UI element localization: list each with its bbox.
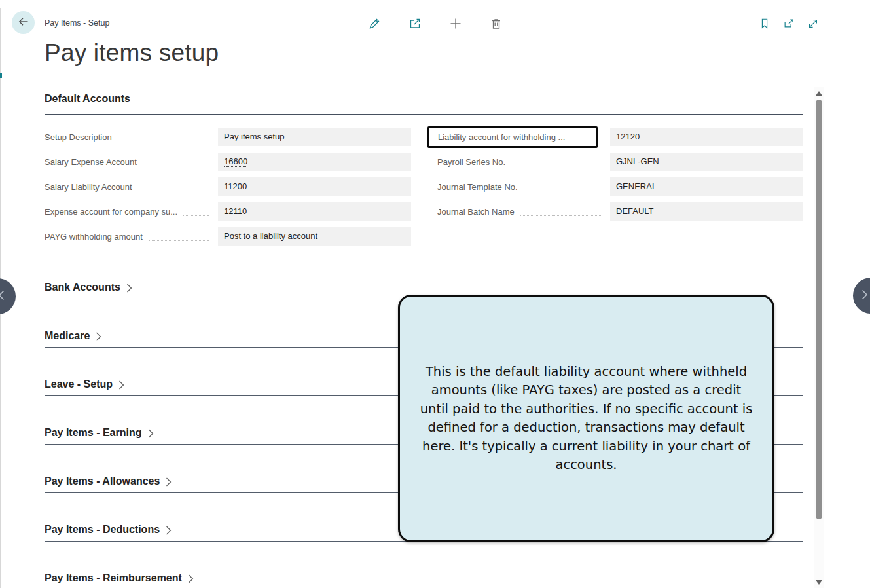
edit-pencil-icon[interactable] — [367, 16, 381, 30]
chevron-right-icon — [166, 526, 172, 535]
field-label-box: Setup Description — [45, 128, 218, 146]
tooltip-callout: This is the default liability account wh… — [398, 295, 774, 542]
window-edge-accent — [0, 73, 2, 78]
chevron-left-icon — [0, 290, 6, 303]
chevron-right-icon — [860, 289, 869, 303]
field-label-box: PAYG withholding amount — [45, 227, 218, 246]
field-value[interactable]: GJNL-GEN — [610, 153, 803, 171]
field-label: Liability account for withholding ... — [438, 132, 565, 142]
scroll-up-arrow-icon[interactable] — [816, 91, 822, 96]
field-row: PAYG withholding amountPost to a liabili… — [45, 227, 411, 246]
chevron-right-icon — [96, 332, 101, 341]
field-label-box: Journal Template No. — [437, 177, 610, 196]
chevron-right-icon — [118, 380, 124, 390]
field-value[interactable]: 12120 — [610, 128, 803, 146]
chevron-right-icon — [166, 477, 172, 487]
field-label: Setup Description — [45, 132, 112, 142]
field-value[interactable]: DEFAULT — [610, 202, 803, 221]
field-row: Setup DescriptionPay items setup — [45, 128, 411, 146]
vertical-scrollbar[interactable] — [814, 87, 824, 588]
dotted-leader — [138, 182, 209, 192]
breadcrumb[interactable]: Pay Items - Setup — [45, 18, 109, 28]
field-value-link[interactable]: 16600 — [224, 156, 247, 167]
dotted-leader — [183, 207, 209, 217]
field-label: Payroll Series No. — [437, 157, 505, 167]
delete-trash-icon[interactable] — [489, 16, 503, 30]
section-title: Pay Items - Allowances — [45, 475, 160, 488]
back-arrow-icon — [17, 15, 30, 31]
field-label-box: Salary Expense Account — [45, 153, 218, 171]
field-label: Salary Liability Account — [45, 182, 132, 192]
share-icon[interactable] — [408, 16, 422, 30]
section-title: Pay Items - Earning — [45, 426, 142, 439]
page-title: Pay items setup — [45, 39, 219, 67]
field-value[interactable]: Post to a liability account — [218, 227, 411, 246]
section-title: Leave - Setup — [45, 378, 113, 391]
dotted-leader — [520, 207, 601, 217]
field-label: Journal Template No. — [437, 182, 518, 192]
top-bar: Pay Items - Setup — [0, 8, 870, 38]
dotted-leader — [149, 232, 209, 242]
field-label-box: Journal Batch Name — [437, 202, 610, 221]
section-title: Pay Items - Deductions — [45, 523, 160, 536]
field-value[interactable]: Pay items setup — [218, 128, 411, 146]
dotted-leader — [598, 132, 610, 142]
field-value[interactable]: 11200 — [218, 177, 411, 196]
bookmark-icon[interactable] — [757, 16, 771, 30]
section-title: Medicare — [45, 329, 90, 342]
dotted-leader — [524, 182, 601, 192]
chevron-right-icon — [188, 574, 194, 583]
previous-record-button[interactable] — [0, 278, 16, 314]
default-accounts-form: Setup DescriptionPay items setupSalary E… — [45, 128, 803, 252]
highlighted-field-label-box: Liability account for withholding ... — [427, 126, 598, 148]
scroll-down-arrow-icon[interactable] — [816, 580, 822, 585]
expand-icon[interactable] — [806, 16, 820, 30]
section-title: Bank Accounts — [45, 281, 120, 294]
field-label: Salary Expense Account — [45, 157, 137, 167]
add-new-icon[interactable] — [448, 16, 462, 30]
section-header-pay-items-reimbursement[interactable]: Pay Items - Reimbursement — [45, 572, 803, 588]
section-header-default-accounts[interactable]: Default Accounts — [45, 88, 803, 115]
dotted-leader — [571, 132, 587, 141]
field-label-box: Payroll Series No. — [437, 153, 610, 171]
toolbar-right — [757, 16, 820, 30]
dotted-leader — [118, 132, 209, 142]
toolbar-center — [367, 16, 503, 30]
field-label-box: Salary Liability Account — [45, 177, 218, 196]
field-label-box: Expense account for company su... — [45, 202, 218, 221]
form-column-right: Liability account for withholding ...121… — [437, 128, 803, 252]
field-label: PAYG withholding amount — [45, 232, 143, 242]
field-row: Journal Template No.GENERAL — [437, 177, 803, 196]
scrollbar-thumb[interactable] — [816, 100, 822, 519]
dotted-leader — [511, 157, 601, 167]
next-record-button[interactable] — [853, 278, 870, 314]
field-row: Journal Batch NameDEFAULT — [437, 202, 803, 221]
field-row: Salary Liability Account11200 — [45, 177, 411, 196]
field-label: Journal Batch Name — [437, 207, 515, 217]
chevron-right-icon — [126, 284, 132, 293]
field-row: Salary Expense Account16600 — [45, 153, 411, 171]
field-value[interactable]: 16600 — [218, 153, 411, 171]
field-row: Expense account for company su...12110 — [45, 202, 411, 221]
open-in-new-window-icon[interactable] — [782, 16, 795, 30]
field-row: Payroll Series No.GJNL-GEN — [437, 153, 803, 171]
field-value[interactable]: 12110 — [218, 202, 411, 221]
chevron-right-icon — [148, 429, 154, 438]
form-column-left: Setup DescriptionPay items setupSalary E… — [45, 128, 411, 252]
section-title: Pay Items - Reimbursement — [45, 572, 182, 585]
field-row: Liability account for withholding ...121… — [437, 128, 803, 146]
back-button[interactable] — [12, 11, 35, 34]
field-value[interactable]: GENERAL — [610, 177, 803, 196]
tooltip-text: This is the default liability account wh… — [416, 363, 757, 475]
field-label: Expense account for company su... — [45, 207, 177, 217]
dotted-leader — [143, 157, 209, 167]
